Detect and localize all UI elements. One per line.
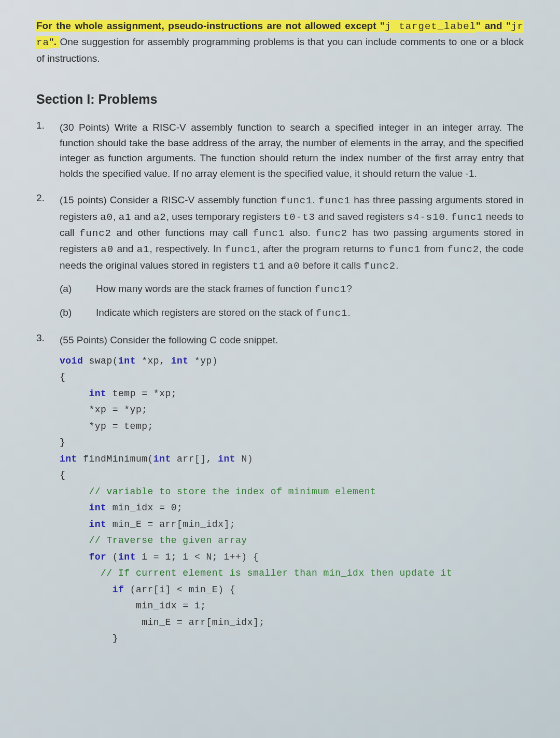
problem-3: 3. (55 Points) Consider the following C … — [36, 332, 524, 647]
problem-2-number: 2. — [36, 192, 60, 321]
intro-paragraph: For the whole assignment, pseudo-instruc… — [36, 18, 524, 66]
code-snippet: void swap(int *xp, int *yp) { int temp =… — [60, 353, 524, 647]
intro-code-1: j target_label — [385, 20, 476, 33]
sub-a-label: (a) — [60, 281, 96, 297]
problem-2-sub-b: (b) Indicate which registers are stored … — [60, 305, 524, 321]
intro-highlight-2: " and " — [476, 20, 511, 32]
sub-b-text: Indicate which registers are stored on t… — [96, 305, 524, 321]
problem-3-body: (55 Points) Consider the following C cod… — [60, 332, 524, 647]
problem-3-number: 3. — [36, 332, 60, 647]
problem-2-sub-a: (a) How many words are the stack frames … — [60, 281, 524, 297]
problem-2-body: (15 points) Consider a RISC-V assembly f… — [60, 192, 524, 321]
problem-1: 1. (30 Points) Write a RISC-V assembly f… — [36, 120, 524, 181]
problem-1-number: 1. — [36, 120, 60, 181]
problem-1-body: (30 Points) Write a RISC-V assembly func… — [60, 120, 524, 181]
intro-rest: One suggestion for assembly programming … — [36, 36, 524, 63]
section-title: Section I: Problems — [36, 92, 524, 107]
problem-2: 2. (15 points) Consider a RISC-V assembl… — [36, 192, 524, 321]
intro-highlight-3: ". — [49, 36, 60, 48]
sub-a-text: How many words are the stack frames of f… — [96, 281, 524, 297]
intro-highlight-1: For the whole assignment, pseudo-instruc… — [36, 20, 385, 32]
sub-b-label: (b) — [60, 305, 96, 321]
